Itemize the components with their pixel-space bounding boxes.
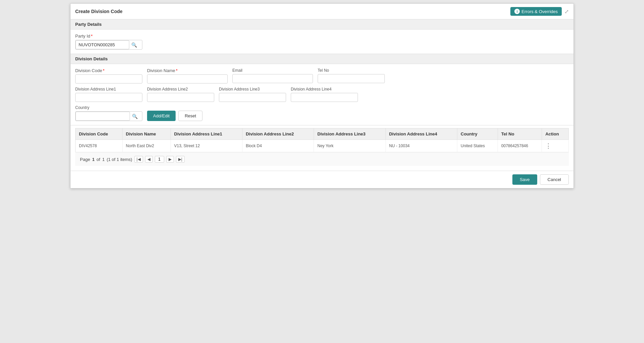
prev-page-button[interactable]: ◀ bbox=[145, 156, 153, 163]
cell-country: United States bbox=[457, 140, 498, 152]
table-header: Division Code Division Name Division Add… bbox=[76, 128, 569, 140]
party-id-field: Party Id* NUVOTON 000285 🔍 bbox=[75, 34, 569, 50]
col-tel: Tel No bbox=[498, 128, 542, 140]
email-input[interactable]: divd@nuvoton.com bbox=[232, 74, 313, 83]
col-addr1: Division Address Line1 bbox=[171, 128, 242, 140]
cell-action: ⋮ bbox=[542, 140, 569, 152]
cell-division-name: North East Div2 bbox=[122, 140, 171, 152]
division-addr-row: Division Address Line1 V13, Street 12 Di… bbox=[75, 87, 569, 102]
addr1-field: Division Address Line1 V13, Street 12 bbox=[75, 87, 142, 102]
cell-addr1: V13, Street 12 bbox=[171, 140, 242, 152]
country-search-button[interactable]: 🔍 bbox=[130, 112, 140, 120]
col-action: Action bbox=[542, 128, 569, 140]
action-buttons: Add/Edit Reset bbox=[147, 111, 202, 121]
col-division-code: Division Code bbox=[76, 128, 123, 140]
cell-addr3: Ney York bbox=[314, 140, 385, 152]
save-button[interactable]: Save bbox=[512, 174, 537, 185]
next-page-button[interactable]: ▶ bbox=[166, 156, 174, 163]
modal-footer: Save Cancel bbox=[71, 171, 573, 188]
country-search-wrapper: United States 🔍 bbox=[75, 111, 142, 121]
party-id-required: * bbox=[91, 34, 93, 39]
pagination: Page 1 of 1 (1 of 1 items) |◀ ◀ ▶ ▶| bbox=[75, 152, 569, 166]
addr3-input[interactable]: Ney York bbox=[219, 93, 286, 102]
addr2-input[interactable]: Block D4 bbox=[147, 93, 214, 102]
of-label: of bbox=[97, 157, 100, 162]
current-page: 1 bbox=[92, 157, 94, 162]
division-details-section: Division Details Division Code* DIV42578… bbox=[71, 54, 573, 125]
tel-label: Tel No bbox=[318, 68, 385, 73]
division-details-header: Division Details bbox=[71, 54, 573, 64]
cell-division-code: DIV42578 bbox=[76, 140, 123, 152]
info-icon: i bbox=[514, 9, 520, 14]
addr1-label: Division Address Line1 bbox=[75, 87, 142, 92]
addr2-label: Division Address Line2 bbox=[147, 87, 214, 92]
addr4-field: Division Address Line4 NU - 10034 bbox=[291, 87, 358, 102]
table-section: Division Code Division Name Division Add… bbox=[71, 128, 573, 171]
page-label: Page bbox=[80, 157, 90, 162]
col-addr4: Division Address Line4 bbox=[385, 128, 457, 140]
division-code-label: Division Code* bbox=[75, 68, 142, 73]
first-page-button[interactable]: |◀ bbox=[134, 156, 143, 163]
addr3-label: Division Address Line3 bbox=[219, 87, 286, 92]
cell-addr4: NU - 10034 bbox=[385, 140, 457, 152]
modal-header: Create Division Code i Errors & Override… bbox=[71, 4, 573, 19]
division-name-field: Division Name* North East Div2 bbox=[147, 68, 228, 83]
country-field: Country United States 🔍 bbox=[75, 105, 142, 121]
division-row1: Division Code* DIV42578 Division Name* N… bbox=[75, 68, 569, 83]
col-addr2: Division Address Line2 bbox=[242, 128, 314, 140]
addr4-input[interactable]: NU - 10034 bbox=[291, 93, 358, 102]
cell-addr2: Block D4 bbox=[242, 140, 314, 152]
col-country: Country bbox=[457, 128, 498, 140]
division-table: Division Code Division Name Division Add… bbox=[75, 128, 569, 152]
division-code-field: Division Code* DIV42578 bbox=[75, 68, 142, 83]
party-details-body: Party Id* NUVOTON 000285 🔍 bbox=[71, 30, 573, 54]
party-id-input[interactable]: NUVOTON 000285 bbox=[76, 40, 129, 49]
cell-tel: 007864257846 bbox=[498, 140, 542, 152]
email-field: Email divd@nuvoton.com bbox=[232, 68, 313, 83]
modal-title: Create Division Code bbox=[75, 9, 123, 14]
division-code-input[interactable]: DIV42578 bbox=[75, 74, 142, 83]
addr3-field: Division Address Line3 Ney York bbox=[219, 87, 286, 102]
table-row: DIV42578 North East Div2 V13, Street 12 … bbox=[76, 140, 569, 152]
reset-button[interactable]: Reset bbox=[178, 111, 202, 121]
addr1-input[interactable]: V13, Street 12 bbox=[75, 93, 142, 102]
cancel-button[interactable]: Cancel bbox=[540, 174, 569, 185]
division-bottom-row: Country United States 🔍 Add/Edit Reset bbox=[75, 105, 569, 121]
table-header-row: Division Code Division Name Division Add… bbox=[76, 128, 569, 140]
division-name-label: Division Name* bbox=[147, 68, 228, 73]
col-division-name: Division Name bbox=[122, 128, 171, 140]
add-edit-button[interactable]: Add/Edit bbox=[147, 111, 176, 121]
addr2-field: Division Address Line2 Block D4 bbox=[147, 87, 214, 102]
action-menu-button[interactable]: ⋮ bbox=[545, 143, 552, 149]
party-details-header: Party Details bbox=[71, 19, 573, 30]
col-addr3: Division Address Line3 bbox=[314, 128, 385, 140]
country-label: Country bbox=[75, 105, 142, 110]
email-label: Email bbox=[232, 68, 313, 73]
table-body: DIV42578 North East Div2 V13, Street 12 … bbox=[76, 140, 569, 152]
party-id-search-wrapper: NUVOTON 000285 🔍 bbox=[75, 40, 142, 50]
expand-icon[interactable]: ⤢ bbox=[564, 8, 569, 15]
country-input[interactable]: United States bbox=[76, 112, 130, 121]
total-pages: 1 bbox=[102, 157, 104, 162]
errors-btn-label: Errors & Overrides bbox=[521, 9, 558, 14]
errors-overrides-button[interactable]: i Errors & Overrides bbox=[510, 7, 562, 16]
party-id-search-button[interactable]: 🔍 bbox=[129, 41, 139, 49]
header-right: i Errors & Overrides ⤢ bbox=[510, 7, 569, 16]
items-count: (1 of 1 items) bbox=[107, 157, 132, 162]
division-name-input[interactable]: North East Div2 bbox=[147, 74, 228, 83]
tel-input[interactable]: 007864257846 bbox=[318, 74, 385, 83]
party-id-label: Party Id* bbox=[75, 34, 569, 39]
party-details-section: Party Details Party Id* NUVOTON 000285 🔍 bbox=[71, 19, 573, 54]
tel-field: Tel No 007864257846 bbox=[318, 68, 385, 83]
page-input[interactable] bbox=[155, 156, 164, 163]
last-page-button[interactable]: ▶| bbox=[176, 156, 185, 163]
addr4-label: Division Address Line4 bbox=[291, 87, 358, 92]
division-details-body: Division Code* DIV42578 Division Name* N… bbox=[71, 64, 573, 125]
